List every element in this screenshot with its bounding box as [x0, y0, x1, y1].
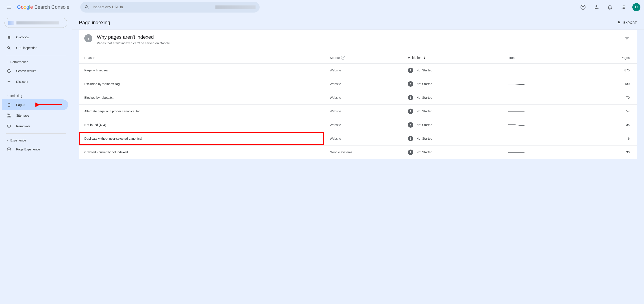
filter-button[interactable] [622, 34, 632, 43]
column-header-reason[interactable]: Reason [79, 49, 324, 64]
chevron-down-icon [6, 61, 8, 63]
sidebar-item-pages[interactable]: Pages [2, 99, 68, 110]
why-not-indexed-card: i Why pages aren't indexed Pages that ar… [79, 30, 637, 159]
apps-grid-icon [621, 5, 626, 9]
sidebar-item-label: Overview [16, 35, 29, 39]
page-title: Page indexing [79, 20, 110, 25]
column-header-pages[interactable]: Pages [570, 49, 637, 64]
svg-rect-14 [8, 114, 8, 115]
info-icon: i [84, 34, 92, 42]
cell-validation: !Not Started [402, 91, 503, 105]
download-icon [617, 20, 621, 25]
hamburger-menu-button[interactable] [4, 2, 14, 12]
chevron-down-icon [6, 139, 8, 142]
help-button[interactable] [578, 3, 588, 12]
cell-validation: !Not Started [402, 118, 503, 132]
sidebar-item-discover[interactable]: Discover [2, 76, 68, 87]
product-name: Search Console [34, 4, 70, 10]
not-started-icon: ! [408, 136, 413, 141]
search-icon [6, 46, 12, 50]
table-row[interactable]: Crawled - currently not indexedGoogle sy… [79, 146, 637, 159]
sidebar-item-page-experience[interactable]: Page Experience [2, 144, 68, 155]
column-header-validation[interactable]: Validation [402, 49, 503, 64]
cell-reason: Crawled - currently not indexed [79, 146, 324, 159]
svg-point-7 [623, 7, 624, 7]
circle-plus-icon [6, 147, 12, 152]
chevron-down-icon [6, 95, 8, 97]
google-g-icon [6, 69, 12, 73]
cell-pages: 875 [570, 64, 637, 77]
help-icon[interactable]: ? [341, 56, 345, 60]
sidebar-item-label: URL inspection [16, 46, 37, 50]
main-content: Page indexing EXPORT i Why pages aren't … [72, 14, 644, 304]
not-started-icon: ! [408, 95, 413, 100]
card-subtitle: Pages that aren't indexed can't be serve… [97, 41, 618, 45]
column-header-source[interactable]: Source? [324, 49, 402, 64]
help-icon [580, 4, 586, 10]
sidebar-item-overview[interactable]: Overview [2, 32, 68, 42]
user-settings-button[interactable] [592, 3, 601, 12]
sidebar-item-label: Sitemaps [16, 114, 29, 117]
cell-pages: 130 [570, 77, 637, 91]
table-row[interactable]: Alternate page with proper canonical tag… [79, 105, 637, 118]
cell-trend [503, 132, 570, 146]
svg-point-1 [583, 8, 583, 8]
table-row[interactable]: Blocked by robots.txtWebsite!Not Started… [79, 91, 637, 105]
cell-source: Website [324, 91, 402, 105]
divider [6, 55, 66, 55]
cell-trend [503, 77, 570, 91]
url-search-input[interactable] [93, 5, 212, 9]
sidebar-item-removals[interactable]: Removals [2, 121, 68, 132]
cell-pages: 70 [570, 91, 637, 105]
cell-pages: 6 [570, 132, 637, 146]
sidebar-item-label: Search results [16, 69, 36, 73]
sidebar-item-search-results[interactable]: Search results [2, 66, 68, 76]
cell-pages: 54 [570, 105, 637, 118]
cell-reason: Alternate page with proper canonical tag [79, 105, 324, 118]
svg-point-11 [624, 8, 625, 9]
export-button[interactable]: EXPORT [617, 20, 637, 25]
home-icon [6, 35, 12, 39]
cell-reason: Excluded by 'noindex' tag [79, 77, 324, 91]
sidebar-item-url-inspection[interactable]: URL inspection [2, 42, 68, 53]
url-search-bar[interactable] [80, 2, 260, 12]
visibility-off-icon [6, 124, 12, 129]
not-started-icon: ! [408, 109, 413, 114]
redacted-property-name [16, 21, 59, 24]
sidebar-section-experience[interactable]: Experience [2, 136, 70, 144]
sort-desc-icon [423, 56, 426, 60]
svg-point-10 [623, 8, 624, 9]
cell-pages: 30 [570, 146, 637, 159]
property-selector[interactable] [4, 18, 67, 28]
cell-reason: Not found (404) [79, 118, 324, 132]
section-label: Indexing [10, 94, 22, 98]
search-icon [84, 5, 89, 10]
apps-button[interactable] [619, 3, 628, 12]
redacted-property [215, 5, 256, 9]
table-row[interactable]: Page with redirectWebsite!Not Started875 [79, 64, 637, 77]
cell-reason: Page with redirect [79, 64, 324, 77]
table-row[interactable]: Not found (404)Website!Not Started35 [79, 118, 637, 132]
cell-trend [503, 91, 570, 105]
sidebar-section-performance[interactable]: Performance [2, 57, 70, 66]
cell-pages: 35 [570, 118, 637, 132]
not-started-icon: ! [408, 81, 413, 87]
app-header: Google Search Console D [0, 0, 644, 14]
product-logo[interactable]: Google Search Console [17, 4, 70, 10]
svg-point-4 [623, 5, 624, 6]
cell-source: Website [324, 105, 402, 118]
table-row[interactable]: Excluded by 'noindex' tagWebsite!Not Sta… [79, 77, 637, 91]
notifications-button[interactable] [606, 3, 614, 12]
sidebar-item-label: Pages [16, 103, 25, 107]
sidebar-section-indexing[interactable]: Indexing [2, 91, 70, 99]
sidebar-item-sitemaps[interactable]: Sitemaps [2, 110, 68, 121]
cell-reason: Duplicate without user-selected canonica… [79, 132, 324, 146]
not-started-icon: ! [408, 150, 413, 155]
table-row[interactable]: Duplicate without user-selected canonica… [79, 132, 637, 146]
account-avatar[interactable]: D [632, 3, 640, 11]
cell-validation: !Not Started [402, 77, 503, 91]
menu-icon [6, 4, 12, 10]
column-header-trend[interactable]: Trend [503, 49, 570, 64]
divider [6, 89, 66, 89]
bell-icon [607, 4, 612, 10]
